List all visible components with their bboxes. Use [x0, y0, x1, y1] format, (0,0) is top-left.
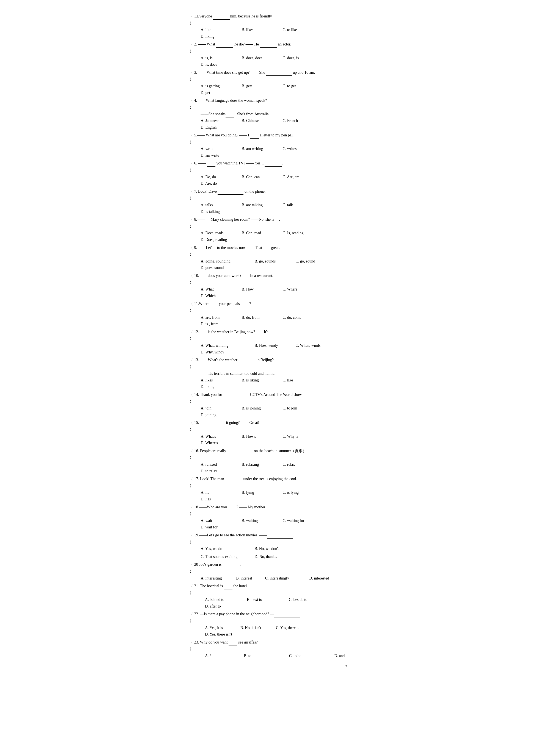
q21-optD: D. after to: [205, 603, 239, 610]
q20-optD: D. interested: [309, 575, 344, 582]
q22-optB: B. No, it isn't: [240, 625, 275, 631]
q5-optA: A. write: [201, 146, 235, 152]
q6-paren: （ ）: [188, 160, 194, 173]
q18-blank: [228, 510, 236, 510]
q21-options: A. behind to B. next to C. beside to D. …: [205, 596, 348, 609]
exam-content: （ ） 1.Everyone him, because he is friend…: [188, 13, 348, 659]
q2-optC: C. does, is: [283, 55, 317, 62]
q4-text: 4. ——What language does the woman speak?: [194, 97, 348, 104]
q5-paren: （ ）: [188, 132, 194, 145]
q8-paren: （ ）: [188, 216, 194, 229]
q1-options: A. like B. likes C. to like D. liking: [201, 27, 348, 40]
q18-optD: D. wait for: [201, 524, 235, 530]
q19-optD: D. No, thanks.: [255, 554, 302, 560]
question-12: （ ） 12.—— is the weather in Beijing now?…: [188, 329, 348, 355]
q5-options: A. write B. am writing C. writes D. am w…: [201, 146, 348, 159]
q18-options: A. wait B. waiting C. waiting for D. wai…: [201, 517, 348, 530]
q2-paren: （ ）: [188, 41, 194, 54]
q17-optB: B. lying: [242, 489, 276, 496]
q6-optA: A. Do, do: [201, 174, 235, 180]
q15-optD: D. Where's: [201, 440, 235, 446]
q12-blank: [269, 335, 295, 335]
q19-options-cd: C. That sounds exciting D. No, thanks.: [201, 554, 348, 560]
q10-optA: A. What: [201, 286, 235, 293]
q14-text: 14. Thank you for CCTV's Around The Worl…: [194, 392, 348, 398]
q20-options: A. interesting B. interest C. interestin…: [201, 575, 348, 582]
q11-options: A. are, from B. do, from C. do, come D. …: [201, 314, 348, 327]
q16-paren: （ ）: [188, 447, 194, 461]
q18-optA: A. wait: [201, 517, 235, 524]
q23-text: 23. Why do you want see giraffes?: [194, 639, 348, 646]
q13-optB: B. is liking: [242, 377, 276, 384]
q16-options: A. relaxed B. relaxing C. relax D. to re…: [201, 461, 348, 474]
question-1: （ ） 1.Everyone him, because he is friend…: [188, 13, 348, 40]
question-19: （ ） 19.——Let's go to see the action movi…: [188, 532, 348, 560]
q14-blank: [223, 398, 249, 398]
question-9: （ ） 9. ——Let's _ to the movies now. ——Th…: [188, 244, 348, 271]
q16-optA: A. relaxed: [201, 461, 235, 468]
q18-paren: （ ）: [188, 504, 194, 517]
q12-optB: B. How, windy: [255, 342, 289, 349]
q19-optB: B. No, we don't: [255, 546, 302, 552]
q6-optB: B. Can, can: [242, 174, 276, 180]
q17-optC: C. is lying: [283, 489, 317, 496]
question-4: （ ） 4. ——What language does the woman sp…: [188, 97, 348, 131]
q2-blank2: [260, 47, 277, 48]
q15-blank: [208, 426, 225, 426]
q1-optB: B. likes: [242, 27, 276, 33]
q9-optA: A. going, sounding: [201, 258, 248, 265]
q23-options: A. / B. to C. to be D. and: [205, 653, 348, 659]
q11-text: 11.Where your pen pals ?: [194, 300, 348, 307]
q19-text: 19.——Let's go to see the action movies. …: [194, 532, 348, 539]
q18-optB: B. waiting: [242, 517, 276, 524]
question-10: （ ） 10.—— does your aunt work? ——In a re…: [188, 272, 348, 299]
q11-optA: A. are, from: [201, 314, 235, 321]
q6-options: A. Do, do B. Can, can C. Are, am D. Are,…: [201, 174, 348, 187]
q16-optD: D. to relax: [201, 468, 235, 474]
q2-text: 2. —— What he do? —— He an actor.: [194, 41, 348, 48]
question-21: （ ） 21. The hospital is the hotel. A. be…: [188, 583, 348, 609]
q9-options: A. going, sounding B. go, sounds C. go, …: [201, 258, 348, 271]
q3-paren: （ ）: [188, 69, 194, 82]
q22-blank: [274, 617, 300, 617]
q6-optC: C. Are, am: [283, 174, 317, 180]
q23-optA: A. /: [205, 653, 233, 659]
q17-text: 17. Look! The man under the tree is enjo…: [194, 475, 348, 482]
q5-text: 5.—— What are you doing? —— I a letter t…: [194, 132, 348, 139]
q11-blank1: [209, 307, 218, 307]
q14-options: A. join B. is joining C. to join D. join…: [201, 405, 348, 418]
q17-optA: A. lie: [201, 489, 235, 496]
q18-text: 18.——Who are you ? —— My mother.: [194, 504, 348, 511]
q17-options: A. lie B. lying C. is lying D. lies: [201, 489, 348, 502]
q16-optB: B. relaxing: [242, 461, 276, 468]
question-8: （ ） 8.—— __ Mary cleaning her room? ——No…: [188, 216, 348, 243]
q7-paren: （ ）: [188, 188, 194, 201]
q1-paren: （ ）: [188, 13, 194, 26]
question-7: （ ） 7. Look! Dave on the phone. A. talks…: [188, 188, 348, 215]
q11-blank2: [240, 307, 248, 307]
q13-options: A. likes B. is liking C. like D. liking: [201, 377, 348, 390]
question-2: （ ） 2. —— What he do? —— He an actor. A.…: [188, 41, 348, 68]
q16-blank: [227, 454, 253, 454]
q22-paren: （ ）: [188, 611, 194, 624]
q8-optC: C. Is, reading: [283, 230, 317, 236]
q3-optC: C. to get: [283, 83, 317, 90]
q20-optA: A. interesting: [201, 575, 235, 582]
q2-blank1: [216, 47, 233, 48]
q14-optB: B. is joining: [242, 405, 276, 412]
q23-optD: D. and: [334, 653, 365, 659]
question-15: （ ） 15.—— it going? —— Great! A. What's …: [188, 419, 348, 446]
q10-text: 10.—— does your aunt work? ——In a restau…: [194, 272, 348, 279]
q9-text: 9. ——Let's _ to the movies now. ——That__…: [194, 244, 348, 251]
q8-optB: B. Can, read: [242, 230, 276, 236]
q7-blank: [217, 194, 243, 195]
q4-optC: C. French: [283, 118, 317, 124]
question-6: （ ） 6. —— you watching TV? —— Yes, I . A…: [188, 160, 348, 187]
q1-optC: C. to like: [283, 27, 317, 33]
q2-optD: D. is, does: [201, 61, 235, 68]
q20-text: 20 Joe's garden is .: [194, 561, 348, 568]
q17-blank: [225, 482, 242, 482]
q13-optD: D. liking: [201, 383, 235, 390]
q15-optB: B. How's: [242, 433, 276, 440]
q8-optD: D. Does, reading: [201, 236, 235, 243]
